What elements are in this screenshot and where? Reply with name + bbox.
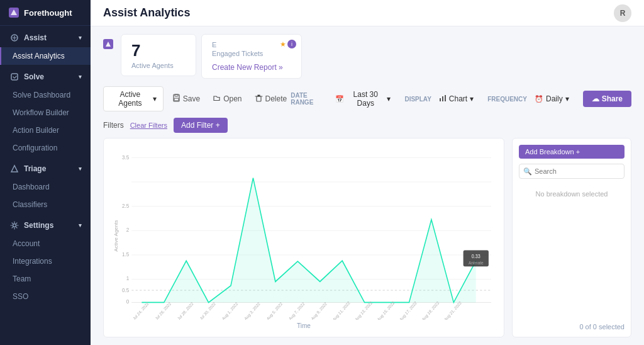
engaged-tickets-label: Engaged Tickets — [212, 50, 291, 57]
add-filter-button[interactable]: Add Filter + — [174, 118, 228, 133]
display-label: DISPLAY — [404, 96, 431, 103]
frequency-icon: ⏰ — [535, 95, 543, 103]
sso-label: SSO — [13, 292, 28, 301]
chart-x-label: Time — [111, 322, 496, 329]
solve-dashboard-label: Solve Dashboard — [13, 91, 70, 99]
frequency-label: FREQUENCY — [487, 96, 527, 103]
add-breakdown-label: Add Breakdown + — [525, 148, 580, 156]
sidebar-section-settings: Settings ▾ Account Integrations Team SSO — [0, 213, 91, 305]
svg-rect-8 — [442, 96, 443, 101]
active-agents-dropdown-label: Active Agents — [110, 90, 150, 108]
filters-label: Filters — [103, 121, 124, 130]
count-label: 0 of 0 selected — [519, 323, 625, 331]
sidebar-section-header-triage[interactable]: Triage ▾ — [0, 157, 91, 178]
search-icon: 🔍 — [523, 167, 532, 176]
share-button[interactable]: ☁ Share — [583, 91, 631, 107]
delete-label: Delete — [265, 94, 287, 103]
svg-text:3.5: 3.5 — [122, 154, 129, 161]
settings-section-label: Settings — [24, 221, 53, 230]
svg-text:Aug 11, 2022: Aug 11, 2022 — [332, 300, 352, 320]
svg-text:0: 0 — [126, 298, 130, 305]
solve-section-label: Solve — [24, 72, 44, 81]
workflow-builder-label: Workflow Builder — [13, 108, 69, 117]
toolbar-right: DATE RANGE 📅 Last 30 Days ▾ DISPLAY Char… — [291, 88, 631, 110]
assist-section-label: Assist — [24, 33, 47, 42]
sidebar-item-integrations[interactable]: Integrations — [0, 252, 91, 270]
filters-row: Filters Clear Filters Add Filter + — [103, 118, 631, 133]
open-label: Open — [223, 94, 242, 103]
calendar-icon: 📅 — [335, 95, 344, 103]
sidebar-section-header-settings[interactable]: Settings ▾ — [0, 213, 91, 235]
svg-text:Aug 19, 2022: Aug 19, 2022 — [421, 300, 440, 320]
svg-text:Aug 9, 2022: Aug 9, 2022 — [310, 301, 328, 320]
frequency-value: Daily — [546, 94, 563, 103]
svg-text:0.5: 0.5 — [122, 286, 129, 293]
sidebar-item-classifiers[interactable]: Classifiers — [0, 196, 91, 213]
solve-chevron-icon: ▾ — [79, 74, 82, 80]
svg-text:1: 1 — [126, 275, 130, 282]
display-dropdown[interactable]: Chart ▾ — [435, 92, 477, 106]
forethought-small-icon — [103, 39, 113, 49]
team-label: Team — [13, 274, 31, 283]
sidebar-item-triage-dashboard[interactable]: Dashboard — [0, 178, 91, 196]
chart-wrapper: 3.5 2.5 2 1.5 1 0.5 0 — [111, 146, 496, 320]
assist-icon — [9, 32, 20, 43]
forethought-logo-icon — [9, 8, 19, 18]
save-icon — [172, 94, 180, 104]
date-range-dropdown[interactable]: 📅 Last 30 Days ▾ — [331, 88, 394, 110]
metric-card-active-agents: 7 Active Agents — [121, 34, 196, 76]
sidebar: Forethought Assist ▾ Assist Analytics So… — [0, 0, 91, 345]
sidebar-item-account[interactable]: Account — [0, 235, 91, 252]
star-icon: ★ — [280, 40, 286, 48]
page-content: 7 Active Agents ★ i E Engaged Tickets Cr… — [91, 26, 644, 345]
sidebar-item-team[interactable]: Team — [0, 270, 91, 288]
delete-icon — [255, 94, 263, 104]
save-action[interactable]: Save — [169, 91, 204, 107]
date-range-label: DATE RANGE — [291, 92, 328, 106]
delete-action[interactable]: Delete — [251, 91, 291, 107]
assist-chevron-icon: ▾ — [79, 35, 82, 41]
sidebar-logo: Forethought — [0, 0, 91, 26]
svg-text:0.33: 0.33 — [472, 254, 480, 260]
breakdown-search-input[interactable] — [519, 164, 625, 179]
sidebar-section-header-solve[interactable]: Solve ▾ — [0, 65, 91, 86]
star-badge-engaged: ★ i — [280, 40, 296, 48]
classifiers-label: Classifiers — [13, 200, 47, 209]
svg-text:Active Agents: Active Agents — [113, 220, 118, 251]
sidebar-section-header-assist[interactable]: Assist ▾ — [0, 26, 91, 47]
open-action[interactable]: Open — [209, 91, 245, 107]
sidebar-section-assist: Assist ▾ Assist Analytics — [0, 26, 91, 65]
sidebar-item-sso[interactable]: SSO — [0, 288, 91, 305]
sidebar-item-action-builder[interactable]: Action Builder — [0, 122, 91, 139]
info-dot-engaged: i — [287, 40, 296, 48]
clear-filters-link[interactable]: Clear Filters — [130, 122, 167, 129]
sidebar-item-configuration[interactable]: Configuration — [0, 139, 91, 157]
add-breakdown-button[interactable]: Add Breakdown + — [519, 145, 625, 159]
save-label: Save — [183, 94, 200, 103]
right-panel: Add Breakdown + 🔍 No breakdown selected … — [512, 138, 631, 337]
sidebar-section-solve: Solve ▾ Solve Dashboard Workflow Builder… — [0, 65, 91, 157]
svg-text:Jul 30, 2022: Jul 30, 2022 — [199, 301, 216, 320]
display-value: Chart — [449, 94, 467, 103]
toolbar-left: Active Agents ▾ Save Open — [103, 86, 291, 111]
sidebar-item-workflow-builder[interactable]: Workflow Builder — [0, 104, 91, 122]
metrics-row: 7 Active Agents ★ i E Engaged Tickets Cr… — [103, 34, 631, 79]
assist-analytics-label: Assist Analytics — [13, 52, 65, 60]
cloud-icon: ☁ — [592, 94, 599, 103]
sidebar-item-assist-analytics[interactable]: Assist Analytics — [0, 47, 91, 65]
create-report-link-wrap: Create New Report » — [212, 62, 291, 72]
display-chevron-icon: ▾ — [470, 94, 474, 103]
open-icon — [213, 94, 221, 104]
sidebar-item-solve-dashboard[interactable]: Solve Dashboard — [0, 86, 91, 104]
create-new-report-link[interactable]: Create New Report » — [212, 63, 283, 72]
action-builder-label: Action Builder — [13, 126, 59, 135]
account-label: Account — [13, 239, 40, 248]
svg-rect-4 — [175, 94, 178, 96]
share-label: Share — [602, 94, 623, 103]
svg-rect-6 — [257, 96, 261, 101]
triage-section-label: Triage — [24, 164, 46, 173]
triage-dashboard-label: Dashboard — [13, 183, 50, 191]
frequency-dropdown[interactable]: ⏰ Daily ▾ — [531, 92, 573, 106]
active-agents-dropdown[interactable]: Active Agents ▾ — [103, 86, 164, 111]
svg-text:1.5: 1.5 — [122, 251, 129, 257]
